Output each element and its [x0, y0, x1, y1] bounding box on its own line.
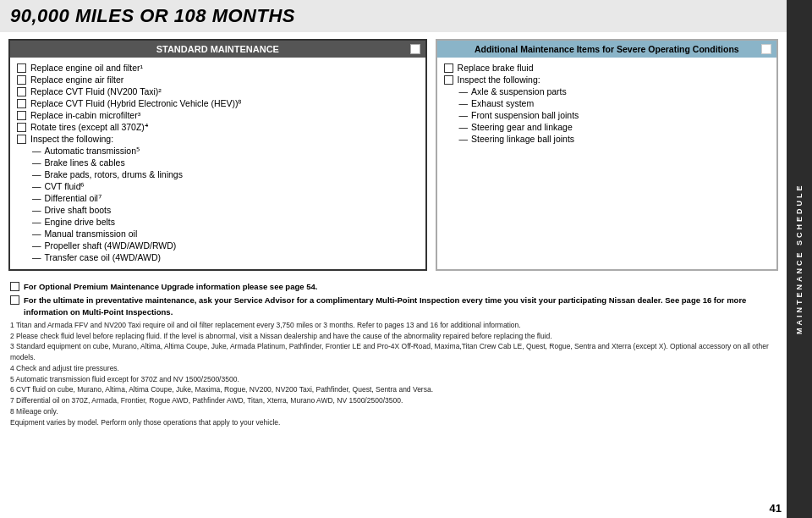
checklist-item: Replace CVT Fluid (NV200 Taxi)² [17, 86, 419, 96]
sub-item: —Axle & suspension parts [459, 86, 770, 96]
dash-prefix: — [32, 169, 41, 179]
additional-maintenance-header: Additional Maintenance Items for Severe … [437, 41, 776, 58]
dash-prefix: — [32, 240, 41, 251]
standard-items-list: Replace engine oil and filter¹Replace en… [17, 63, 419, 262]
dash-prefix: — [32, 146, 41, 156]
footnote-bold-text: For the ultimate in preventative mainten… [24, 295, 776, 317]
sub-item-text: Propeller shaft (4WD/AWD/RWD) [45, 240, 177, 251]
item-checkbox[interactable] [444, 75, 453, 85]
page-number: 41 [770, 502, 782, 515]
tables-row: STANDARD MAINTENANCE Replace engine oil … [8, 39, 778, 271]
footnote-numbered-item: 8 Mileage only. [10, 406, 776, 417]
dash-prefix: — [459, 98, 469, 108]
item-text: Rotate tires (except all 370Z)⁴ [30, 122, 148, 132]
standard-header-checkbox[interactable] [410, 44, 420, 54]
checklist-item: Replace brake fluid [444, 63, 770, 73]
sub-item: —Transfer case oil (4WD/AWD) [32, 252, 419, 262]
item-text: Replace CVT Fluid (NV200 Taxi)² [30, 86, 162, 96]
item-checkbox[interactable] [17, 111, 26, 120]
dash-prefix: — [32, 252, 41, 262]
footnote-numbered-item: 2 Please check fluid level before replac… [10, 331, 776, 342]
additional-header-checkbox[interactable] [761, 44, 771, 54]
dash-prefix: — [32, 229, 41, 239]
page-title: 90,000 MILES OR 108 MONTHS [10, 5, 295, 27]
sub-item-text: Brake lines & cables [45, 157, 125, 168]
item-checkbox[interactable] [17, 63, 26, 73]
sub-item: —Manual transmission oil [32, 229, 419, 239]
standard-maintenance-title: STANDARD MAINTENANCE [156, 44, 279, 54]
dash-prefix: — [32, 217, 41, 227]
sub-item-text: Automatic transmission⁵ [45, 146, 140, 156]
side-tab: MAINTENANCE SCHEDULE [787, 0, 812, 518]
item-checkbox[interactable] [17, 75, 26, 85]
additional-items-list: Replace brake fluidInspect the following… [444, 63, 770, 144]
checklist-item: Replace engine air filter [17, 74, 419, 85]
standard-maintenance-header: STANDARD MAINTENANCE [10, 41, 425, 58]
standard-maintenance-box: STANDARD MAINTENANCE Replace engine oil … [8, 39, 427, 271]
sub-item-text: Differential oil⁷ [45, 193, 102, 203]
sub-item-text: Brake pads, rotors, drums & linings [45, 169, 183, 179]
sub-item: —Differential oil⁷ [32, 193, 419, 203]
item-text: Replace engine oil and filter¹ [30, 63, 143, 73]
item-text: Replace engine air filter [30, 74, 123, 85]
item-checkbox[interactable] [17, 99, 26, 108]
footnote-numbered-item: Equipment varies by model. Perform only … [10, 417, 776, 428]
sub-item-text: Drive shaft boots [45, 205, 112, 215]
item-text: Inspect the following: [30, 134, 113, 144]
checklist-item: Replace engine oil and filter¹ [17, 63, 419, 73]
checklist-item: Replace in-cabin microfilter³ [17, 110, 419, 120]
sub-item: —Brake lines & cables [32, 157, 419, 168]
content-area: STANDARD MAINTENANCE Replace engine oil … [0, 32, 787, 518]
sub-item: —Propeller shaft (4WD/AWD/RWD) [32, 240, 419, 251]
sub-item-text: Steering gear and linkage [471, 122, 573, 132]
header-bar: 90,000 MILES OR 108 MONTHS [0, 0, 787, 32]
sub-item: —Brake pads, rotors, drums & linings [32, 169, 419, 179]
footnote-numbered-item: 5 Automatic transmission fluid except fo… [10, 374, 776, 385]
sub-item: —Exhaust system [459, 98, 770, 108]
standard-maintenance-body: Replace engine oil and filter¹Replace en… [10, 58, 425, 269]
sub-item: —Engine drive belts [32, 217, 419, 227]
checklist-item: Rotate tires (except all 370Z)⁴ [17, 122, 419, 132]
checklist-item: Inspect the following: [17, 134, 419, 144]
item-text: Replace in-cabin microfilter³ [30, 110, 140, 120]
main-content: 90,000 MILES OR 108 MONTHS STANDARD MAIN… [0, 0, 787, 518]
footnotes-numbered: 1 Titan and Armada FFV and NV200 Taxi re… [10, 320, 776, 428]
sub-item-text: Front suspension ball joints [471, 110, 579, 120]
footnote-bold-item: For the ultimate in preventative mainten… [10, 295, 776, 317]
item-checkbox[interactable] [444, 63, 453, 73]
dash-prefix: — [32, 157, 41, 168]
item-checkbox[interactable] [17, 87, 26, 96]
sub-item-text: Transfer case oil (4WD/AWD) [45, 252, 162, 262]
sub-item: —Front suspension ball joints [459, 110, 770, 120]
sub-item: —CVT fluid⁶ [32, 181, 419, 191]
checklist-item: Replace CVT Fluid (Hybrid Electronic Veh… [17, 98, 419, 108]
dash-prefix: — [459, 86, 469, 96]
sub-item: —Steering linkage ball joints [459, 134, 770, 144]
dash-prefix: — [459, 134, 469, 144]
additional-maintenance-body: Replace brake fluidInspect the following… [437, 58, 776, 151]
footnote-checkbox[interactable] [10, 282, 19, 291]
footnote-numbered-item: 1 Titan and Armada FFV and NV200 Taxi re… [10, 320, 776, 331]
dash-prefix: — [32, 193, 41, 203]
item-checkbox[interactable] [17, 123, 26, 132]
sub-item: —Automatic transmission⁵ [32, 146, 419, 156]
footnote-numbered-item: 6 CVT fluid on cube, Murano, Altima, Alt… [10, 384, 776, 395]
sub-item-text: Axle & suspension parts [471, 86, 567, 96]
footnote-numbered-item: 3 Standard equipment on cube, Murano, Al… [10, 341, 776, 363]
sub-item-text: Engine drive belts [45, 217, 115, 227]
sub-item-text: CVT fluid⁶ [45, 181, 85, 191]
dash-prefix: — [459, 122, 469, 132]
additional-maintenance-title: Additional Maintenance Items for Severe … [475, 44, 739, 54]
sub-item: —Drive shaft boots [32, 205, 419, 215]
sub-item-text: Exhaust system [471, 98, 534, 108]
dash-prefix: — [32, 181, 41, 191]
item-checkbox[interactable] [17, 135, 26, 144]
item-text: Replace brake fluid [458, 63, 534, 73]
footnote-bold-item: For Optional Premium Maintenance Upgrade… [10, 281, 776, 292]
sub-item-text: Steering linkage ball joints [471, 134, 574, 144]
footnote-bold-text: For Optional Premium Maintenance Upgrade… [24, 281, 317, 292]
footnote-checkbox[interactable] [10, 295, 19, 305]
footnote-numbered-item: 4 Check and adjust tire pressures. [10, 363, 776, 374]
sub-item-text: Manual transmission oil [45, 229, 138, 239]
footnotes-bold: For Optional Premium Maintenance Upgrade… [10, 281, 776, 317]
